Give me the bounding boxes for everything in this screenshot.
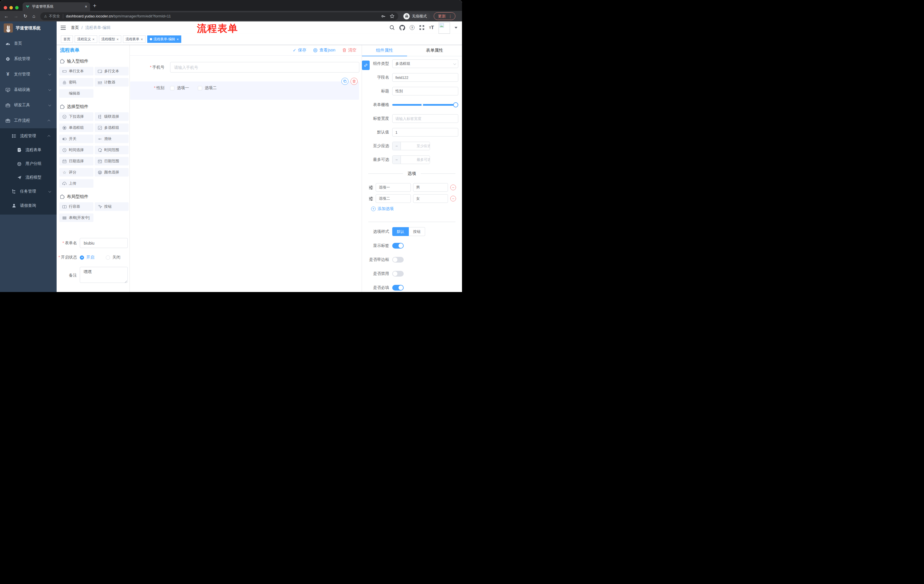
palette-item-upload[interactable]: 上传 [59,179,94,188]
radio-off-label[interactable]: 关闭 [112,255,120,260]
palette-item-checkbox-group[interactable]: 多选框组 [95,123,129,132]
fullscreen-icon[interactable] [419,25,424,30]
sidebar-item-devtools[interactable]: 研发工具 [0,97,57,113]
avatar[interactable] [439,22,450,34]
canvas-field-phone[interactable]: *手机号 [139,62,360,72]
close-icon[interactable]: × [117,37,119,41]
tag-process-form-edit[interactable]: 流程表单-编辑 × [147,35,182,43]
field-name-input[interactable] [392,73,458,82]
style-default-button[interactable]: 默认 [392,227,409,236]
address-bar[interactable]: ⚠ 不安全 dashboard.yudao.iocoder.cn/bpm/man… [40,12,398,20]
sidebar-item-payment[interactable]: ¥ 支付管理 [0,67,57,82]
view-json-button[interactable]: 查看json [313,48,335,53]
add-option-button[interactable]: + 添加选项 [371,206,458,211]
palette-item-counter[interactable]: 123 计数器 [95,78,129,87]
phone-input[interactable] [170,62,360,72]
palette-item-date-range[interactable]: 日期范围 [95,157,129,165]
option-value-input[interactable] [413,183,448,192]
search-icon[interactable] [389,25,395,30]
breadcrumb-home[interactable]: 首页 [71,25,79,30]
sidebar-item-home[interactable]: 首页 [0,36,57,51]
component-type-select[interactable] [392,59,458,68]
reload-icon[interactable]: ↻ [23,13,27,19]
font-size-icon[interactable]: TT [429,25,434,31]
tag-process-model[interactable]: 流程模型 × [99,35,122,43]
update-chip[interactable]: 更新 ⋮ [434,12,455,20]
radio-on[interactable] [80,255,84,260]
checkbox-unchecked[interactable] [170,86,174,90]
tag-process-form[interactable]: 流程表单 × [123,35,145,43]
radio-off[interactable] [106,255,110,260]
sidebar-item-process-form[interactable]: 流程表单 [0,143,57,157]
form-name-input[interactable] [80,238,128,248]
label-width-input[interactable] [392,114,458,123]
remove-option-button[interactable]: − [450,184,456,190]
palette-item-editor[interactable]: 编辑器 [59,89,94,98]
delete-component-button[interactable] [350,78,358,85]
tag-process-definition[interactable]: 流程定义 × [74,35,97,43]
sidebar-item-process-mgmt[interactable]: 流程管理 [0,129,57,143]
back-icon[interactable]: ← [4,14,8,19]
github-icon[interactable] [399,25,405,31]
palette-item-multi-text[interactable]: 多行文本 [95,67,129,76]
slider-handle[interactable] [453,102,458,107]
sidebar-item-system[interactable]: 系统管理 [0,51,57,67]
sidebar-item-process-model[interactable]: 流程模型 [0,171,57,184]
tab-close-icon[interactable]: × [85,4,87,9]
minimize-window-button[interactable] [10,6,13,10]
palette-item-table[interactable]: 表格[开发中] [59,214,94,222]
field-link-tag[interactable] [362,61,370,70]
palette-item-select[interactable]: 下拉选择 [59,112,94,121]
drag-handle-icon[interactable] [368,185,373,190]
gender-option-2[interactable]: 选项二 [198,86,217,90]
decrease-button[interactable]: − [393,156,401,164]
palette-item-color-picker[interactable]: 颜色选择 [95,168,129,176]
avatar-caret-icon[interactable] [455,27,457,29]
clear-button[interactable]: 清空 [342,48,356,53]
radio-on-label[interactable]: 开启 [86,255,94,260]
tab-component-props[interactable]: 组件属性 [362,45,407,56]
show-label-toggle[interactable] [392,243,404,248]
palette-item-radio-group[interactable]: 单选框组 [59,123,94,132]
option-value-input[interactable] [413,194,448,203]
new-tab-button[interactable]: + [93,2,96,9]
option-label-input[interactable] [376,194,411,203]
forward-icon[interactable]: → [14,14,18,19]
palette-item-date-picker[interactable]: 日期选择 [59,157,94,165]
grid-slider[interactable] [392,104,456,106]
hamburger-icon[interactable] [61,26,66,30]
help-icon[interactable]: ? [410,25,414,30]
tab-form-props[interactable]: 表单属性 [407,45,462,56]
default-value-input[interactable] [392,128,458,137]
maximize-window-button[interactable] [15,6,18,10]
palette-item-switch[interactable]: 开关 [59,135,94,143]
palette-item-time-picker[interactable]: 时间选择 [59,146,94,154]
border-toggle[interactable] [392,257,404,263]
security-warning-icon[interactable]: ⚠ [44,14,47,18]
key-icon[interactable] [381,14,386,18]
option-label-input[interactable] [376,183,411,192]
browser-menu-icon[interactable]: ⋮ [448,14,452,18]
close-icon[interactable]: × [92,37,95,41]
browser-tab[interactable]: 芋道管理系统 × [23,2,90,11]
save-button[interactable]: ✓ 保存 [293,48,307,53]
canvas-field-gender-selected[interactable]: *性别 选项一 选项二 [130,81,359,100]
style-button-button[interactable]: 按钮 [409,227,425,236]
palette-item-slider[interactable]: 滑块 [95,135,129,143]
sidebar-item-workflow[interactable]: 工作流程 [0,113,57,128]
title-input[interactable] [392,87,458,95]
bookmark-star-icon[interactable] [390,14,394,18]
palette-item-rate[interactable]: ☆ 评分 [59,168,94,176]
disabled-toggle[interactable] [392,271,404,276]
copy-component-button[interactable] [342,78,348,85]
decrease-button[interactable]: − [393,142,401,150]
close-icon[interactable]: × [141,37,143,41]
palette-item-password[interactable]: 密码 [59,78,94,87]
gender-option-1[interactable]: 选项一 [170,86,189,90]
remove-option-button[interactable]: − [450,196,456,201]
close-window-button[interactable] [4,6,7,10]
palette-item-button[interactable]: 按钮 [95,202,129,211]
sidebar-item-infra[interactable]: 基础设施 [0,82,57,97]
close-icon[interactable]: × [177,37,179,41]
form-remark-textarea[interactable]: 嘿嘿 [80,267,128,283]
